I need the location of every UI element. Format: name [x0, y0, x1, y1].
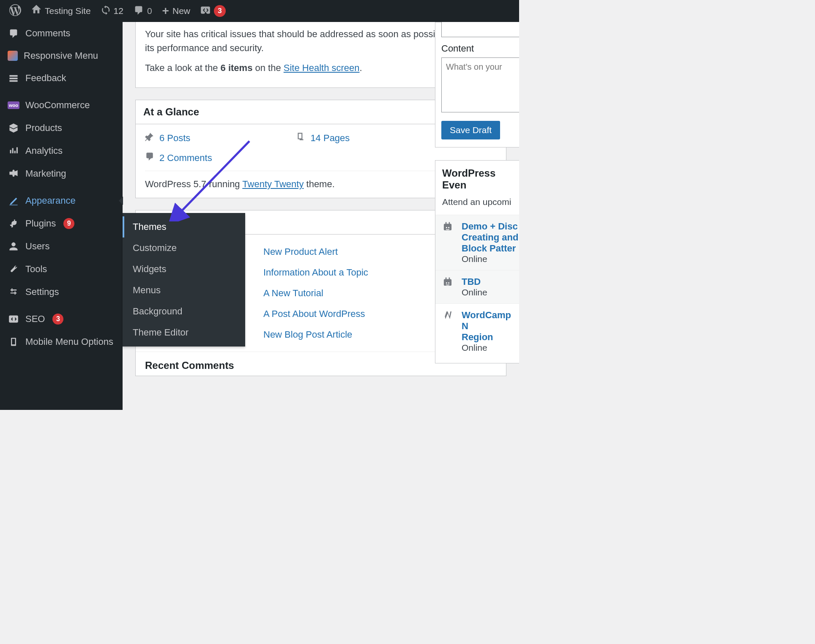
event-item: TBD Online	[435, 270, 519, 303]
events-description: Attend an upcomi	[442, 197, 519, 207]
sidebar-item-label: Plugins	[25, 218, 56, 229]
post-link[interactable]: A Post About WordPress	[263, 307, 365, 321]
posts-link[interactable]: 6 Posts	[159, 131, 190, 145]
submenu-item-theme-editor[interactable]: Theme Editor	[123, 322, 245, 343]
submenu-item-themes[interactable]: Themes	[123, 216, 245, 237]
dashboard-right-column: Content Save Draft WordPress Even Attend…	[435, 22, 519, 363]
plus-icon: +	[162, 4, 169, 18]
feedback-icon	[8, 72, 19, 84]
svg-point-9	[446, 282, 447, 284]
post-link[interactable]: Information About a Topic	[263, 265, 368, 279]
mobile-icon	[8, 336, 19, 348]
sidebar-item-label: Tools	[25, 264, 47, 275]
new-label: New	[172, 6, 190, 16]
title-input[interactable]	[441, 20, 519, 37]
site-health-link[interactable]: Site Health screen	[284, 63, 360, 73]
submenu-item-menus[interactable]: Menus	[123, 280, 245, 301]
event-location: Online	[462, 343, 519, 353]
woocommerce-icon: woo	[8, 99, 19, 111]
sidebar-item-seo[interactable]: SEO 3	[0, 308, 123, 330]
sidebar-item-label: Mobile Menu Options	[25, 336, 113, 347]
sidebar-item-label: Feedback	[25, 73, 66, 84]
sidebar-item-settings[interactable]: Settings	[0, 281, 123, 303]
save-draft-button[interactable]: Save Draft	[441, 121, 500, 139]
comment-icon	[8, 27, 19, 39]
event-link[interactable]: Demo + DiscCreating andBlock Patter	[462, 221, 518, 254]
sidebar-item-users[interactable]: Users	[0, 235, 123, 258]
quick-draft-widget: Content Save Draft	[435, 22, 519, 147]
sidebar-item-label: Comments	[25, 28, 70, 39]
post-link[interactable]: New Product Alert	[263, 245, 338, 259]
post-link[interactable]: New Blog Post Article	[263, 327, 352, 341]
event-link[interactable]: WordCamp NRegion	[462, 310, 511, 342]
yoast-notification-badge: 3	[214, 5, 226, 17]
svg-point-5	[448, 227, 449, 228]
submenu-item-background[interactable]: Background	[123, 301, 245, 322]
yoast-icon	[8, 313, 19, 325]
submenu-item-customize[interactable]: Customize	[123, 237, 245, 259]
svg-rect-3	[449, 222, 450, 224]
svg-rect-1	[444, 224, 451, 231]
sidebar-item-label: Analytics	[25, 145, 63, 156]
site-name-label: Testing Site	[45, 6, 91, 16]
yoast-menu[interactable]: 3	[195, 0, 231, 22]
sidebar-item-analytics[interactable]: Analytics	[0, 139, 123, 162]
users-icon	[8, 240, 19, 252]
content-textarea[interactable]	[441, 57, 519, 112]
plugins-icon	[8, 218, 19, 229]
wp-logo-menu[interactable]	[4, 0, 26, 22]
pages-icon	[296, 131, 305, 145]
sidebar-item-label: Responsive Menu	[24, 50, 98, 61]
submenu-item-widgets[interactable]: Widgets	[123, 259, 245, 280]
sidebar-item-products[interactable]: Products	[0, 117, 123, 139]
sidebar-item-appearance[interactable]: Appearance	[0, 189, 123, 212]
appearance-submenu: Themes Customize Widgets Menus Backgroun…	[123, 213, 245, 347]
sidebar-item-plugins[interactable]: Plugins 9	[0, 212, 123, 235]
sidebar-item-label: Products	[25, 123, 62, 134]
event-location: Online	[462, 254, 518, 264]
comments-menu[interactable]: 0	[129, 0, 157, 22]
sidebar-item-label: SEO	[25, 314, 45, 325]
comments-count: 0	[147, 6, 152, 16]
updates-menu[interactable]: 12	[96, 0, 129, 22]
comment-icon	[134, 5, 144, 17]
appearance-icon	[8, 195, 19, 207]
event-link[interactable]: TBD	[462, 276, 481, 287]
sidebar-item-label: Appearance	[25, 195, 76, 206]
sidebar-item-label: Marketing	[25, 168, 66, 179]
content-label: Content	[441, 43, 519, 54]
pages-link[interactable]: 14 Pages	[310, 131, 350, 145]
wordpress-events-widget: WordPress Even Attend an upcomi Demo + D…	[435, 160, 519, 363]
products-icon	[8, 122, 19, 134]
sidebar-item-tools[interactable]: Tools	[0, 258, 123, 281]
widget-title: WordPress Even	[442, 167, 519, 191]
svg-point-10	[448, 282, 449, 284]
sidebar-item-marketing[interactable]: Marketing	[0, 162, 123, 185]
tools-icon	[8, 263, 19, 275]
event-item: WordCamp NRegion Online	[435, 303, 519, 359]
event-location: Online	[462, 287, 487, 297]
site-name-menu[interactable]: Testing Site	[26, 0, 96, 22]
comments-link[interactable]: 2 Comments	[159, 151, 212, 165]
widget-title: At a Glance	[143, 106, 199, 118]
sidebar-item-label: WooCommerce	[25, 100, 90, 111]
admin-sidebar: Comments Responsive Menu Feedback woo Wo…	[0, 22, 123, 410]
sidebar-item-mobile-menu[interactable]: Mobile Menu Options	[0, 330, 123, 353]
admin-toolbar: Testing Site 12 0 + New 3	[0, 0, 519, 22]
yoast-icon	[200, 5, 211, 17]
megaphone-icon	[8, 168, 19, 180]
event-item: Demo + DiscCreating andBlock Patter Onli…	[435, 215, 519, 270]
sidebar-item-feedback[interactable]: Feedback	[0, 67, 123, 90]
svg-rect-6	[444, 279, 451, 286]
sidebar-item-responsive-menu[interactable]: Responsive Menu	[0, 45, 123, 67]
svg-point-4	[446, 227, 447, 228]
plugins-update-badge: 9	[63, 218, 74, 229]
theme-link[interactable]: Twenty Twenty	[242, 179, 304, 189]
new-content-menu[interactable]: + New	[157, 0, 195, 22]
sidebar-item-woocommerce[interactable]: woo WooCommerce	[0, 94, 123, 117]
update-icon	[101, 5, 110, 17]
sidebar-item-comments[interactable]: Comments	[0, 22, 123, 45]
pin-icon	[145, 131, 154, 145]
updates-count: 12	[114, 6, 123, 16]
post-link[interactable]: A New Tutorial	[263, 286, 323, 300]
